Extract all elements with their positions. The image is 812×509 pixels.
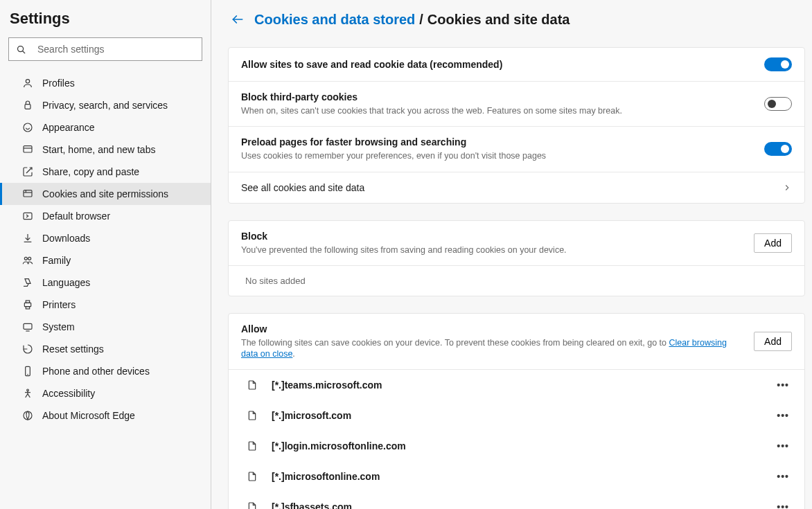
nav-icon — [21, 254, 34, 267]
allow-site-row: [*.]login.microsoftonline.com••• — [229, 431, 804, 461]
allow-add-button[interactable]: Add — [754, 332, 792, 351]
cookie-settings-card: Allow sites to save and read cookie data… — [228, 47, 805, 204]
allow-site-row: [*.]teams.microsoft.com••• — [229, 370, 804, 400]
allow-site-row: [*.]microsoft.com••• — [229, 400, 804, 431]
nav-label: Start, home, and new tabs — [42, 144, 155, 155]
svg-line-26 — [26, 394, 28, 398]
nav-icon — [21, 232, 34, 244]
more-actions-button[interactable]: ••• — [774, 377, 792, 393]
more-actions-button[interactable]: ••• — [774, 438, 792, 454]
svg-point-2 — [26, 80, 29, 83]
svg-point-24 — [27, 389, 29, 391]
nav-icon — [21, 321, 34, 333]
main-content: Cookies and data stored / Cookies and si… — [211, 0, 812, 509]
block-add-button[interactable]: Add — [754, 233, 792, 253]
block-third-party-toggle[interactable] — [764, 97, 792, 111]
breadcrumb-current: Cookies and site data — [427, 12, 570, 28]
breadcrumb-sep: / — [419, 12, 423, 28]
nav-icon — [21, 143, 34, 156]
nav-item-downloads[interactable]: Downloads — [0, 227, 211, 249]
nav-label: About Microsoft Edge — [42, 410, 135, 421]
nav-item-languages[interactable]: Languages — [0, 271, 211, 294]
document-icon — [247, 410, 258, 421]
settings-sidebar: Settings ProfilesPrivacy, search, and se… — [0, 0, 211, 509]
preload-desc: Uses cookies to remember your preference… — [241, 150, 750, 161]
nav-label: Privacy, search, and services — [42, 100, 168, 111]
nav-label: Cookies and site permissions — [42, 188, 168, 199]
block-header-row: Block You've prevented the following sit… — [229, 221, 804, 266]
allow-header-row: Allow The following sites can save cooki… — [229, 314, 804, 370]
site-domain: [*.]microsoftonline.com — [272, 471, 774, 482]
svg-rect-19 — [26, 307, 29, 309]
block-third-party-row: Block third-party cookies When on, sites… — [229, 82, 804, 127]
nav-item-about-microsoft-edge[interactable]: About Microsoft Edge — [0, 404, 211, 427]
nav-item-phone-and-other-devices[interactable]: Phone and other devices — [0, 360, 211, 382]
block-desc: You've prevented the following sites fro… — [241, 244, 740, 256]
nav-item-share-copy-and-paste[interactable]: Share, copy and paste — [0, 161, 211, 183]
nav-item-system[interactable]: System — [0, 316, 211, 338]
breadcrumb-parent[interactable]: Cookies and data stored — [254, 12, 415, 28]
nav-item-appearance[interactable]: Appearance — [0, 116, 211, 139]
nav-item-privacy-search-and-services[interactable]: Privacy, search, and services — [0, 94, 211, 116]
nav-label: Phone and other devices — [42, 366, 150, 377]
see-all-cookies-row[interactable]: See all cookies and site data — [229, 172, 804, 203]
svg-line-7 — [26, 168, 32, 173]
allow-cookies-toggle[interactable] — [764, 57, 792, 71]
block-section-card: Block You've prevented the following sit… — [228, 220, 805, 296]
nav-icon — [21, 121, 34, 134]
preload-row: Preload pages for faster browsing and se… — [229, 127, 804, 172]
svg-rect-18 — [26, 301, 29, 303]
allow-site-row: [*.]microsoftonline.com••• — [229, 461, 804, 492]
nav-label: Share, copy and paste — [42, 166, 139, 177]
svg-rect-20 — [24, 323, 32, 329]
nav-item-printers[interactable]: Printers — [0, 294, 211, 316]
svg-point-14 — [24, 257, 27, 260]
search-box[interactable] — [8, 37, 202, 61]
svg-rect-5 — [24, 146, 32, 152]
block-title: Block — [241, 231, 740, 242]
preload-title: Preload pages for faster browsing and se… — [241, 136, 750, 148]
search-input[interactable] — [26, 44, 195, 55]
nav-icon — [21, 409, 34, 422]
see-all-cookies-label: See all cookies and site data — [241, 182, 768, 193]
more-actions-button[interactable]: ••• — [774, 468, 792, 485]
breadcrumb: Cookies and data stored / Cookies and si… — [228, 10, 805, 29]
nav-item-cookies-and-site-permissions[interactable]: Cookies and site permissions — [0, 183, 211, 205]
nav-icon — [21, 365, 34, 377]
document-icon — [247, 501, 258, 509]
nav-icon — [21, 298, 34, 311]
more-actions-button[interactable]: ••• — [774, 407, 792, 424]
nav-icon — [21, 387, 34, 400]
nav-item-reset-settings[interactable]: Reset settings — [0, 338, 211, 360]
search-icon — [16, 44, 26, 55]
nav-icon — [21, 188, 34, 200]
nav-item-accessibility[interactable]: Accessibility — [0, 382, 211, 404]
more-actions-button[interactable]: ••• — [774, 499, 792, 509]
nav-icon — [21, 343, 34, 355]
nav-item-family[interactable]: Family — [0, 249, 211, 271]
allow-section-card: Allow The following sites can save cooki… — [228, 313, 805, 509]
chevron-right-icon — [782, 183, 792, 193]
svg-point-4 — [24, 123, 32, 132]
nav-icon — [21, 210, 34, 222]
site-domain: [*.]teams.microsoft.com — [272, 379, 774, 391]
svg-point-15 — [28, 257, 31, 260]
nav-label: Accessibility — [42, 388, 95, 399]
nav-label: Downloads — [42, 233, 90, 244]
svg-rect-17 — [24, 303, 30, 306]
nav-icon — [21, 166, 34, 178]
nav-item-default-browser[interactable]: Default browser — [0, 205, 211, 227]
allow-cookies-title: Allow sites to save and read cookie data… — [241, 59, 750, 70]
nav-label: System — [42, 321, 75, 332]
nav-icon — [21, 99, 34, 111]
nav-label: Reset settings — [42, 343, 104, 355]
preload-toggle[interactable] — [764, 142, 792, 156]
svg-rect-8 — [24, 190, 32, 197]
nav-item-profiles[interactable]: Profiles — [0, 72, 211, 94]
site-domain: [*.]sfbassets.com — [272, 501, 774, 509]
svg-point-29 — [24, 411, 32, 420]
block-third-party-title: Block third-party cookies — [241, 91, 750, 102]
back-button[interactable] — [228, 10, 247, 29]
nav-item-start-home-and-new-tabs[interactable]: Start, home, and new tabs — [0, 139, 211, 161]
nav-label: Family — [42, 255, 71, 266]
